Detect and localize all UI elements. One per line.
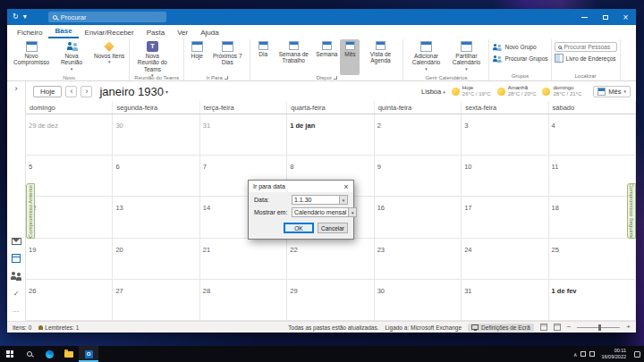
dialog-launcher-icon[interactable] (225, 76, 228, 80)
day-cell[interactable]: 4 (549, 114, 636, 156)
date-input[interactable]: 1.1.30 ▾ (292, 195, 348, 205)
tab-enviar-receber[interactable]: Enviar/Receber (79, 28, 140, 38)
day-cell[interactable]: 26 (26, 280, 113, 321)
work-week-view-button[interactable]: Semana de Trabalho (274, 39, 313, 75)
day-cell[interactable]: 2 (375, 114, 462, 156)
new-appointment-button[interactable]: Novo Compromisso (12, 39, 51, 75)
day-cell[interactable]: 29 (287, 280, 374, 321)
day-cell[interactable]: 30 (375, 280, 462, 321)
chevron-down-icon[interactable]: ▾ (348, 208, 356, 216)
previous-month-button[interactable]: ‹ (65, 86, 77, 97)
day-cell[interactable]: 25 (549, 239, 636, 280)
day-cell[interactable]: 18 (549, 197, 636, 238)
day-cell[interactable]: 16 (375, 197, 462, 238)
address-book-button[interactable]: Livro de Endereços (555, 54, 617, 63)
next-month-button[interactable]: › (80, 86, 92, 97)
network-icon[interactable] (580, 351, 586, 357)
previous-appointment-tab[interactable]: Compromisso Anterior (26, 183, 35, 239)
month-view-button[interactable]: Mês (340, 39, 360, 75)
new-meeting-button[interactable]: Nova Reunião ▾ (52, 39, 91, 75)
minimize-button[interactable] (574, 9, 595, 25)
ok-button[interactable]: OK (284, 223, 314, 233)
zoom-slider[interactable] (577, 327, 620, 328)
week-view-button[interactable]: Semana (314, 39, 339, 75)
new-teams-meeting-button[interactable]: Nova Reunião do Teams ▾ (132, 39, 172, 75)
tab-ver[interactable]: Ver (171, 28, 194, 38)
display-settings-button[interactable]: Definições de Ecrã (468, 324, 534, 332)
weather-today[interactable]: Hoje26°C / 19°C (452, 85, 491, 97)
tab-ficheiro[interactable]: Ficheiro (11, 28, 48, 38)
tray-expand-icon[interactable]: ∧ (573, 351, 577, 358)
day-cell[interactable]: 19 (26, 239, 113, 280)
weather-sunday[interactable]: domingo28°C / 21°C (542, 85, 581, 97)
mail-module-button[interactable] (12, 238, 21, 245)
dialog-close-button[interactable]: × (339, 182, 353, 191)
zoom-out-button[interactable]: − (567, 324, 572, 331)
schedule-view-button[interactable]: Vista de Agenda (360, 39, 400, 75)
todo-module-button[interactable]: ✓ (13, 290, 20, 298)
month-title[interactable]: janeiro 1930▾ (99, 85, 168, 98)
taskbar-search-button[interactable] (20, 346, 39, 362)
weather-location-selector[interactable]: Lisboa ▾ (421, 88, 445, 96)
today-button[interactable]: Hoje (33, 86, 62, 97)
day-cell[interactable]: 1 de fev (549, 280, 636, 321)
volume-icon[interactable] (589, 351, 595, 357)
day-cell[interactable]: 23 (375, 239, 462, 280)
normal-view-icon[interactable] (540, 324, 547, 331)
share-calendar-button[interactable]: Partilhar Calendário ▾ (446, 39, 486, 75)
more-apps-button[interactable]: … (13, 307, 21, 314)
day-cell[interactable]: 1 de jan (287, 114, 374, 156)
browse-groups-button[interactable]: Procurar Grupos (492, 54, 547, 63)
day-cell[interactable]: 13 (113, 197, 199, 238)
zoom-in-button[interactable]: + (626, 324, 631, 331)
zoom-slider-thumb[interactable] (598, 324, 601, 331)
taskbar-file-explorer-button[interactable] (59, 346, 79, 362)
close-button[interactable]: × (615, 9, 636, 25)
cancel-button[interactable]: Cancelar (318, 223, 348, 233)
day-cell[interactable]: 27 (113, 280, 199, 321)
month-view-selector[interactable]: Mês ▾ (593, 86, 631, 97)
taskbar-edge-button[interactable] (39, 346, 59, 362)
day-cell[interactable]: 5 (26, 156, 113, 197)
day-cell[interactable]: 6 (113, 156, 199, 197)
weather-tomorrow[interactable]: Amanhã28°C / 20°C (497, 85, 537, 97)
day-cell[interactable]: 29 de dez (26, 114, 113, 156)
day-cell[interactable]: 10 (462, 156, 548, 197)
action-center-icon[interactable] (634, 351, 640, 358)
day-cell[interactable]: 3 (462, 114, 548, 156)
day-cell[interactable]: 9 (375, 156, 462, 197)
day-cell[interactable]: 31 (200, 114, 287, 156)
taskbar-outlook-button[interactable] (79, 346, 98, 362)
next-appointment-tab[interactable]: Compromisso Seguinte (627, 183, 636, 239)
new-items-button[interactable]: Novos Itens ▾ (92, 39, 126, 75)
day-cell[interactable]: 21 (200, 239, 287, 280)
next-7-days-button[interactable]: Próximos 7 Dias (208, 39, 247, 75)
day-cell[interactable]: 30 (113, 114, 199, 156)
day-cell[interactable]: 11 (549, 156, 636, 197)
day-cell[interactable]: 12 (26, 197, 113, 238)
search-people-input[interactable]: Procurar Pessoas (555, 42, 617, 52)
day-cell[interactable]: 28 (200, 280, 287, 321)
qat-customize-chevron-icon[interactable]: ▾ (23, 13, 27, 21)
day-cell[interactable]: 22 (287, 239, 374, 280)
day-cell[interactable]: 24 (462, 239, 548, 280)
day-cell[interactable]: 20 (113, 239, 199, 280)
maximize-button[interactable] (595, 9, 615, 25)
taskbar-clock[interactable]: 00:11 16/09/2022 (598, 348, 629, 359)
calendar-module-button[interactable] (12, 254, 21, 263)
tab-pasta[interactable]: Pasta (140, 28, 171, 38)
start-button[interactable] (0, 346, 20, 362)
expand-folder-pane-icon[interactable]: › (15, 84, 18, 93)
show-in-select[interactable]: Calendário mensal ▾ (292, 207, 357, 217)
day-cell[interactable]: 31 (462, 280, 548, 321)
day-view-button[interactable]: Dia (253, 39, 273, 75)
search-input[interactable]: Procurar (48, 12, 166, 22)
today-ribbon-button[interactable]: Hoje (187, 39, 207, 75)
reading-view-icon[interactable] (554, 324, 561, 331)
send-receive-icon[interactable]: ↻ (13, 13, 19, 21)
tab-ajuda[interactable]: Ajuda (194, 28, 225, 38)
add-calendar-button[interactable]: Adicionar Calendário ▾ (406, 39, 445, 75)
people-module-button[interactable] (11, 272, 21, 282)
reminders-status[interactable]: Lembretes: 1 (38, 324, 79, 331)
new-group-button[interactable]: Novo Grupo (492, 42, 547, 52)
